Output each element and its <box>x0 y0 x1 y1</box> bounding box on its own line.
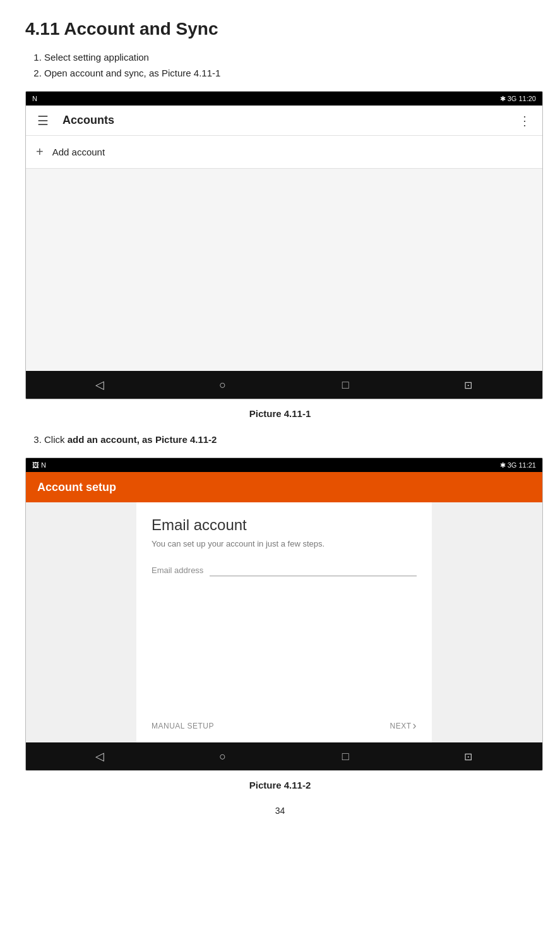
status-bar-left-2: 🖼 N <box>32 461 46 469</box>
add-icon: + <box>36 145 44 159</box>
spacer <box>152 581 417 713</box>
steps-list-2: Click add an account, as Picture 4.11-2 <box>44 434 535 445</box>
recents-button-1[interactable] <box>330 373 361 396</box>
main-panel: Email account You can set up your accoun… <box>136 502 432 742</box>
screenshot-account-setup: 🖼 N ✱ 3G 11:21 Account setup Email accou… <box>25 457 543 771</box>
nav-bar-1 <box>26 371 542 399</box>
status-icons-2: ✱ 3G 11:21 <box>500 461 536 469</box>
status-bar-2: 🖼 N ✱ 3G 11:21 <box>26 458 542 472</box>
next-chevron-icon <box>413 719 417 732</box>
right-panel <box>432 502 542 742</box>
step-2: Open account and sync, as Picture 4.11-1 <box>44 68 535 78</box>
empty-content-area <box>26 169 542 371</box>
nav-bar-2 <box>26 742 542 770</box>
next-label: NEXT <box>390 722 411 730</box>
back-button-1[interactable] <box>84 373 116 396</box>
caption-1: Picture 4.11-1 <box>25 408 535 419</box>
step-3: Click add an account, as Picture 4.11-2 <box>44 434 535 445</box>
add-account-row[interactable]: + Add account <box>26 136 542 169</box>
home-button-1[interactable] <box>207 373 239 396</box>
recents-button-2[interactable] <box>330 745 361 768</box>
home-button-2[interactable] <box>207 745 239 768</box>
step-3-bold: add an account, as Picture 4.11-2 <box>68 434 217 445</box>
email-account-subtitle: You can set up your account in just a fe… <box>152 539 417 548</box>
status-bar-1: N ✱ 3G 11:20 <box>26 92 542 106</box>
manual-setup-button[interactable]: MANUAL SETUP <box>152 722 214 730</box>
back-button-2[interactable] <box>84 745 116 768</box>
account-setup-title: Account setup <box>37 481 116 494</box>
last-app-button-2[interactable] <box>453 745 484 768</box>
account-setup-app-bar: Account setup <box>26 472 542 502</box>
page-number: 34 <box>25 806 535 816</box>
panel-footer: MANUAL SETUP NEXT <box>152 713 417 732</box>
status-bar-right-2: ✱ 3G 11:21 <box>500 461 536 469</box>
add-account-label: Add account <box>52 147 105 157</box>
steps-list: Select setting application Open account … <box>44 52 535 78</box>
next-button[interactable]: NEXT <box>390 719 417 732</box>
step-1: Select setting application <box>44 52 535 63</box>
email-field-row: Email address <box>152 564 417 576</box>
caption-2: Picture 4.11-2 <box>25 780 535 790</box>
last-app-button-1[interactable] <box>453 373 484 396</box>
email-field-label: Email address <box>152 566 203 575</box>
status-bar-right-1: ✱ 3G 11:20 <box>500 95 536 103</box>
app-bar-1: Accounts <box>26 106 542 136</box>
hamburger-icon[interactable] <box>33 109 52 132</box>
notification-icon: N <box>32 95 37 102</box>
page-container: 4.11 Account and Sync Select setting app… <box>0 0 560 835</box>
more-options-icon[interactable] <box>515 109 535 132</box>
notification-icons-2: 🖼 N <box>32 461 46 469</box>
section-title: 4.11 Account and Sync <box>25 19 535 39</box>
status-icons: ✱ 3G 11:20 <box>500 95 536 103</box>
email-account-title: Email account <box>152 516 417 534</box>
accounts-title: Accounts <box>63 114 515 127</box>
account-setup-content: Email account You can set up your accoun… <box>26 502 542 742</box>
status-bar-left-1: N <box>32 95 37 102</box>
email-input[interactable] <box>210 564 417 576</box>
left-panel <box>26 502 136 742</box>
screenshot-accounts: N ✱ 3G 11:20 Accounts + Add account <box>25 91 543 399</box>
